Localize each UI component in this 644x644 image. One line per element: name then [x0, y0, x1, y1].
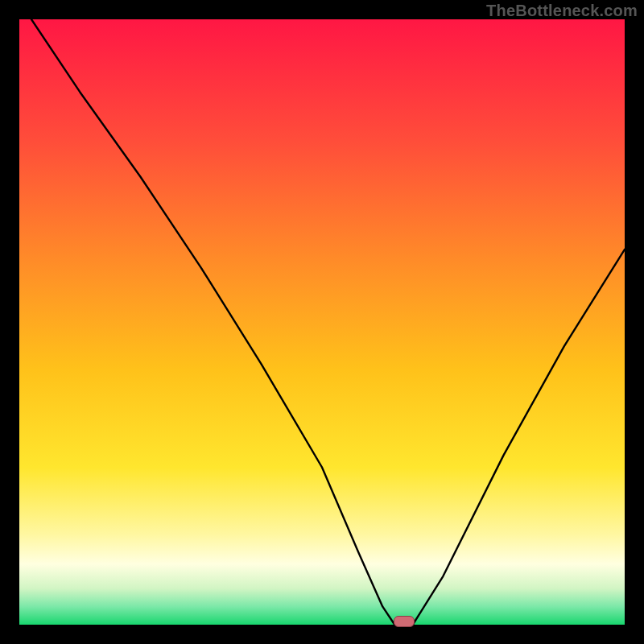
svg-rect-0 [19, 19, 625, 625]
minimum-marker [394, 616, 415, 627]
chart-frame: TheBottleneck.com [0, 0, 644, 644]
plot-area [19, 19, 625, 625]
gradient-background [19, 19, 625, 625]
watermark-text: TheBottleneck.com [486, 2, 638, 20]
